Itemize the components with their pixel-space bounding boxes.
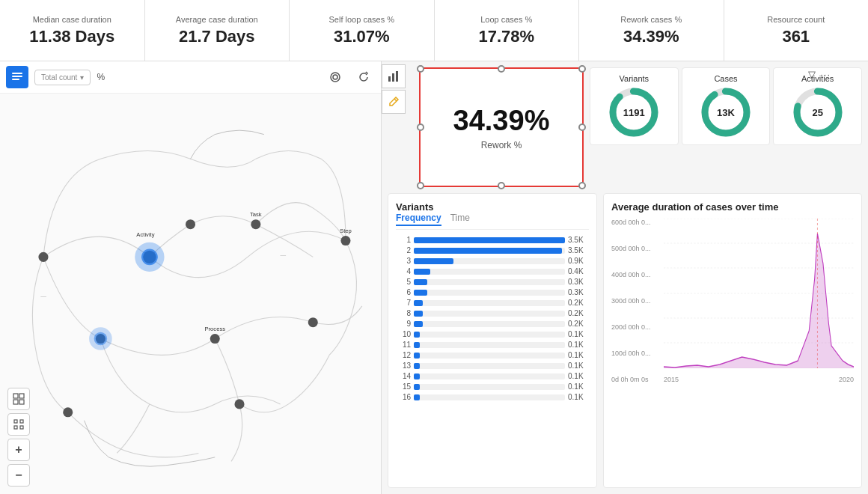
handle-bl[interactable] [417,182,424,189]
y-label: 0d 0h 0m 0s [611,376,651,383]
bar-num: 1 [396,236,411,244]
bar-track [414,237,565,243]
bar-row: 3 0.9K [396,257,589,265]
bar-track [414,373,565,379]
focus-button[interactable] [7,413,30,436]
handle-tm[interactable] [498,65,505,73]
bar-num: 13 [396,362,411,370]
bar-track [414,248,565,254]
handle-tl[interactable] [417,65,424,73]
handle-bm[interactable] [498,182,505,189]
bar-track [414,290,565,296]
bar-row: 5 0.3K [396,278,589,286]
y-label: 100d 00h 0... [611,350,651,357]
svg-point-20 [308,317,318,327]
svg-text:Task: Task [250,211,262,218]
chart-y-labels: 600d 00h 0...500d 00h 0...400d 00h 0...3… [611,219,651,383]
more-options-icon[interactable]: ··· [820,69,831,80]
bar-track [414,279,565,285]
right-panel: ▽ ··· 34.39% Rework % Varian [382,61,868,494]
bar-num: 5 [396,278,411,286]
rework-widget-value: 34.39% [453,105,550,137]
grid-bottom-button[interactable] [7,388,30,410]
bar-row: 8 0.2K [396,309,589,317]
bar-row: 10 0.1K [396,330,589,338]
bar-label: 3.5K [568,236,589,244]
bar-row: 6 0.3K [396,288,589,296]
bar-row: 12 0.1K [396,351,589,359]
bar-label: 0.3K [568,278,589,286]
svg-point-23 [38,252,48,262]
duration-panel: Average duration of cases over time 600d… [603,193,862,488]
process-map[interactable]: Activity Task Step Process — — [0,94,381,494]
bar-fill [414,373,420,379]
bar-num: 11 [396,341,411,349]
bar-fill [414,321,423,327]
bar-label: 0.1K [568,393,589,401]
svg-rect-0 [12,73,22,74]
rework-widget-label: Rework % [481,140,522,150]
zoom-in-button[interactable]: + [7,439,30,461]
filter-icon[interactable]: ▽ [808,69,816,80]
tab-time[interactable]: Time [450,213,470,226]
bar-rows-container: 1 3.5K 2 3.5K 3 0.9K 4 0.4K 5 [396,236,589,401]
pencil-tool-button[interactable] [382,90,406,114]
variants-panel: Variants Frequency Time 1 3.5K 2 3.5K 3 [388,193,597,488]
refresh-button[interactable] [352,66,375,88]
svg-rect-38 [19,400,24,404]
chevron-down-icon: ▾ [80,73,84,82]
bar-num: 8 [396,309,411,317]
y-label: 500d 00h 0... [611,245,651,252]
bar-track [414,311,565,317]
tab-frequency[interactable]: Frequency [396,213,441,226]
bar-fill [414,237,565,243]
handle-mr[interactable] [578,124,586,131]
bar-num: 10 [396,330,411,338]
zoom-out-button[interactable]: − [7,464,30,487]
x-label: 2015 [664,376,679,383]
bar-num: 16 [396,393,411,401]
bar-row: 7 0.2K [396,299,589,307]
bar-fill [414,353,420,359]
circle-view-button[interactable] [324,66,346,88]
bar-track [414,363,565,369]
bar-label: 0.2K [568,320,589,328]
kpi-self-loop: Self loop cases % 31.07% [290,0,435,61]
bar-track [414,321,565,327]
bar-fill [414,290,427,296]
bar-num: 6 [396,288,411,296]
x-label: 2020 [839,376,854,383]
handle-ml[interactable] [417,124,424,131]
kpi-loop-value: 17.78% [478,27,534,46]
bar-track [414,258,565,264]
svg-point-22 [234,399,244,409]
kpi-average-duration: Average case duration 21.7 Days [145,0,290,61]
total-count-dropdown[interactable]: Total count ▾ [34,70,91,85]
kpi-median-label: Median case duration [33,15,111,24]
handle-tr[interactable] [578,65,586,73]
bar-fill [414,269,430,275]
bar-label: 0.4K [568,267,589,275]
bar-label: 0.3K [568,288,589,296]
kpi-rework-cases: Rework cases % 34.39% [579,0,724,61]
overlay-tools [382,64,406,114]
bar-chart-tool-button[interactable] [382,64,406,88]
bar-track [414,353,565,359]
svg-point-24 [186,219,195,229]
svg-rect-39 [14,420,17,423]
svg-rect-2 [12,79,19,80]
handle-br[interactable] [578,182,586,189]
bar-row: 16 0.1K [396,393,589,401]
bar-label: 0.2K [568,309,589,317]
map-view-button[interactable] [6,66,28,88]
kpi-rework-value: 34.39% [623,27,679,46]
kpi-self-loop-label: Self loop cases % [329,15,394,24]
bar-track [414,269,565,275]
chart-x-labels: 20152020 [664,376,854,383]
svg-text:—: — [281,251,287,258]
variants-donut: 1191 [608,86,660,138]
percent-label: % [97,72,105,82]
svg-point-17 [340,236,350,246]
kpi-bar: Median case duration 11.38 Days Average … [0,0,868,61]
bar-label: 0.9K [568,257,589,265]
